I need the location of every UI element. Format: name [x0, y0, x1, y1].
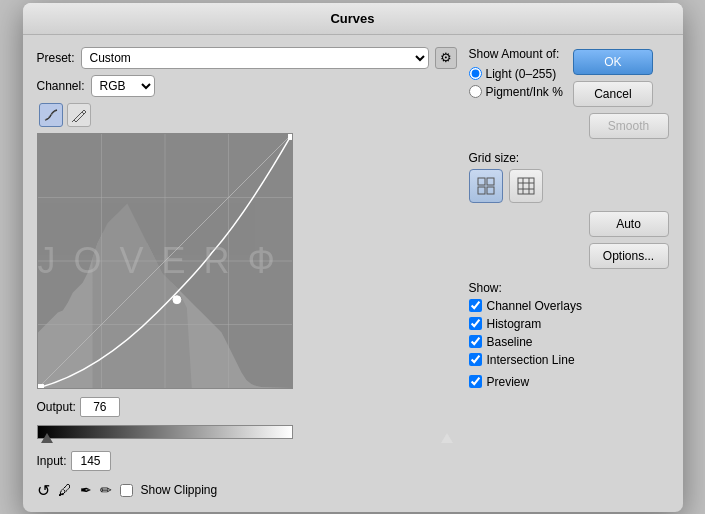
light-radio-row: Light (0–255) [469, 67, 563, 81]
grid-large-icon [516, 176, 536, 196]
svg-point-9 [172, 295, 180, 303]
channel-label: Channel: [37, 79, 85, 93]
pigment-radio-row: Pigment/Ink % [469, 85, 563, 99]
input-label: Input: [37, 454, 67, 468]
svg-rect-10 [38, 384, 44, 388]
svg-rect-13 [487, 178, 494, 185]
svg-rect-15 [487, 187, 494, 194]
show-clipping-checkbox[interactable] [120, 484, 133, 497]
grid-small-icon [476, 176, 496, 196]
pencil-tool-button[interactable] [67, 103, 91, 127]
baseline-label[interactable]: Baseline [487, 335, 533, 349]
channel-select[interactable]: RGB Red Green Blue [91, 75, 155, 97]
pigment-radio-label[interactable]: Pigment/Ink % [486, 85, 563, 99]
curve-tool-button[interactable] [39, 103, 63, 127]
show-amount-section: Show Amount of: Light (0–255) Pigment/In… [469, 47, 563, 107]
channel-overlays-label[interactable]: Channel Overlays [487, 299, 582, 313]
gradient-bar [37, 425, 293, 439]
svg-rect-12 [478, 178, 485, 185]
gear-icon: ⚙ [440, 50, 452, 65]
gradient-bar-container [37, 425, 457, 441]
preset-select[interactable]: Custom Default Strong Contrast Linear Co… [81, 47, 429, 69]
curves-dialog: Curves Preset: Custom Default Strong Con… [23, 3, 683, 512]
light-radio-label[interactable]: Light (0–255) [486, 67, 557, 81]
output-label: Output: [37, 400, 76, 414]
white-point-thumb[interactable] [441, 433, 453, 443]
dialog-title: Curves [23, 3, 683, 35]
grid-small-button[interactable] [469, 169, 503, 203]
main-buttons-col: OK Cancel [573, 49, 653, 107]
channel-overlays-row: Channel Overlays [469, 299, 669, 313]
preset-label: Preset: [37, 51, 75, 65]
show-title: Show: [469, 281, 502, 295]
white-eyedropper-icon[interactable]: ✏ [100, 482, 112, 498]
smooth-button[interactable]: Smooth [589, 113, 669, 139]
pencil-tool-icon [71, 107, 87, 123]
tools-row [39, 103, 457, 127]
intersection-line-row: Intersection Line [469, 353, 669, 367]
preview-label[interactable]: Preview [487, 375, 530, 389]
channel-overlays-checkbox[interactable] [469, 299, 482, 312]
options-button[interactable]: Options... [589, 243, 669, 269]
baseline-checkbox[interactable] [469, 335, 482, 348]
channel-row: Channel: RGB Red Green Blue [37, 75, 457, 97]
grid-buttons-row [469, 169, 669, 203]
curve-area[interactable]: © I J O V E R Ф T O [37, 133, 293, 389]
svg-rect-14 [478, 187, 485, 194]
preview-row: Preview [469, 375, 669, 389]
histogram-row: Histogram [469, 317, 669, 331]
right-panel: Show Amount of: Light (0–255) Pigment/In… [469, 47, 669, 500]
curve-tool-icon [43, 107, 59, 123]
gear-button[interactable]: ⚙ [435, 47, 457, 69]
ok-button[interactable]: OK [573, 49, 653, 75]
input-row: Input: [37, 451, 457, 471]
intersection-line-checkbox[interactable] [469, 353, 482, 366]
baseline-row: Baseline [469, 335, 669, 349]
preset-row: Preset: Custom Default Strong Contrast L… [37, 47, 457, 69]
preview-checkbox[interactable] [469, 375, 482, 388]
input-field[interactable] [71, 451, 111, 471]
reset-icon[interactable]: ↺ [37, 481, 50, 500]
light-radio[interactable] [469, 67, 482, 80]
pigment-radio[interactable] [469, 85, 482, 98]
grid-size-section: Grid size: [469, 151, 669, 203]
svg-rect-20 [518, 178, 534, 194]
left-panel: Preset: Custom Default Strong Contrast L… [37, 47, 457, 500]
output-input[interactable] [80, 397, 120, 417]
black-eyedropper-icon[interactable]: 🖊 [58, 482, 72, 498]
black-point-thumb[interactable] [41, 433, 53, 443]
histogram-checkbox[interactable] [469, 317, 482, 330]
show-section: Show: Channel Overlays Histogram Baselin… [469, 281, 669, 367]
svg-line-0 [72, 120, 74, 122]
grid-size-title: Grid size: [469, 151, 520, 165]
show-amount-title: Show Amount of: [469, 47, 563, 61]
grid-large-button[interactable] [509, 169, 543, 203]
show-clipping-label[interactable]: Show Clipping [141, 483, 218, 497]
histogram-label[interactable]: Histogram [487, 317, 542, 331]
intersection-line-label[interactable]: Intersection Line [487, 353, 575, 367]
auto-button[interactable]: Auto [589, 211, 669, 237]
svg-rect-11 [288, 134, 292, 140]
curve-svg [38, 134, 292, 388]
gray-eyedropper-icon[interactable]: ✒ [80, 482, 92, 498]
right-top-section: Show Amount of: Light (0–255) Pigment/In… [469, 47, 669, 107]
cancel-button[interactable]: Cancel [573, 81, 653, 107]
output-row: Output: [37, 397, 457, 417]
